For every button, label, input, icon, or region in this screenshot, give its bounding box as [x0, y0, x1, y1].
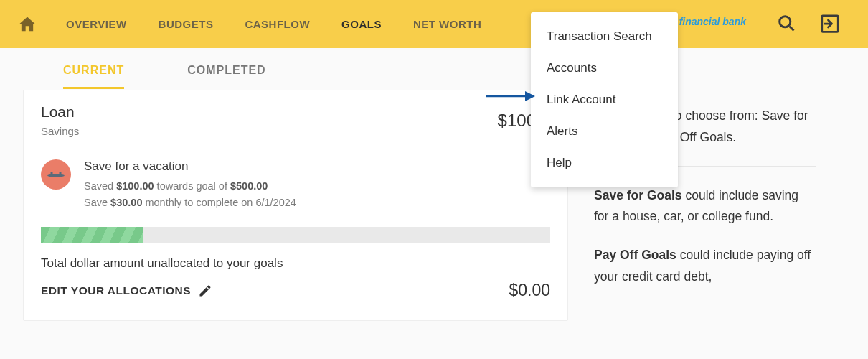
nav-goals[interactable]: GOALS — [341, 18, 382, 30]
goal-category-subtitle: Savings — [41, 125, 79, 137]
help-paragraph-payoff: Pay Off Goals could include paying off y… — [594, 245, 816, 288]
goal-progress-fill — [41, 227, 143, 243]
vacation-icon — [41, 159, 71, 190]
svg-point-0 — [780, 17, 791, 27]
menu-transaction-search[interactable]: Transaction Search — [531, 21, 678, 52]
tab-completed[interactable]: COMPLETED — [187, 64, 265, 89]
svg-rect-7 — [60, 172, 62, 175]
menu-accounts[interactable]: Accounts — [531, 52, 678, 84]
goal-item-plan-text: Save $30.00 monthly to complete on 6/1/2… — [84, 195, 296, 211]
nav-cashflow[interactable]: CASHFLOW — [245, 18, 310, 30]
logout-icon[interactable] — [819, 13, 841, 34]
svg-line-1 — [790, 27, 794, 31]
goal-item-title: Save for a vacation — [84, 159, 296, 174]
goal-category-title: Loan — [41, 103, 79, 121]
goal-item-progress-text: Saved $100.00 towards goal of $500.00 — [84, 178, 296, 195]
nav-overview[interactable]: OVERVIEW — [66, 18, 127, 30]
primary-nav: OVERVIEW BUDGETS CASHFLOW GOALS NET WORT… — [66, 18, 481, 30]
goal-item-row[interactable]: Save for a vacation Saved $100.00 toward… — [24, 146, 567, 224]
pencil-icon — [198, 284, 212, 298]
goal-progress-bar — [41, 227, 550, 243]
svg-marker-4 — [525, 91, 535, 101]
help-paragraph-save: Save for Goals could include saving for … — [594, 185, 816, 228]
home-icon[interactable] — [17, 14, 37, 34]
goals-card: Loan Savings $100.0 Save for a vacation … — [23, 90, 568, 321]
tab-current[interactable]: CURRENT — [63, 64, 124, 89]
search-icon[interactable] — [776, 13, 796, 33]
svg-rect-6 — [51, 172, 53, 175]
allocations-footer: Total dollar amount unallocated to your … — [24, 243, 567, 320]
nav-networth[interactable]: NET WORTH — [413, 18, 481, 30]
menu-help[interactable]: Help — [531, 147, 678, 179]
goal-tabs: CURRENT COMPLETED — [23, 48, 568, 89]
annotation-arrow-icon — [485, 89, 535, 103]
top-nav-bar: OVERVIEW BUDGETS CASHFLOW GOALS NET WORT… — [0, 0, 868, 48]
svg-point-5 — [47, 174, 65, 177]
unallocated-label: Total dollar amount unallocated to your … — [41, 256, 550, 271]
menu-alerts[interactable]: Alerts — [531, 116, 678, 147]
unallocated-amount: $0.00 — [509, 281, 550, 300]
menu-link-account[interactable]: Link Account — [531, 84, 678, 116]
edit-allocations-button[interactable]: EDIT YOUR ALLOCATIONS — [41, 284, 212, 298]
more-menu-dropdown: Transaction Search Accounts Link Account… — [531, 12, 678, 187]
nav-budgets[interactable]: BUDGETS — [159, 18, 214, 30]
